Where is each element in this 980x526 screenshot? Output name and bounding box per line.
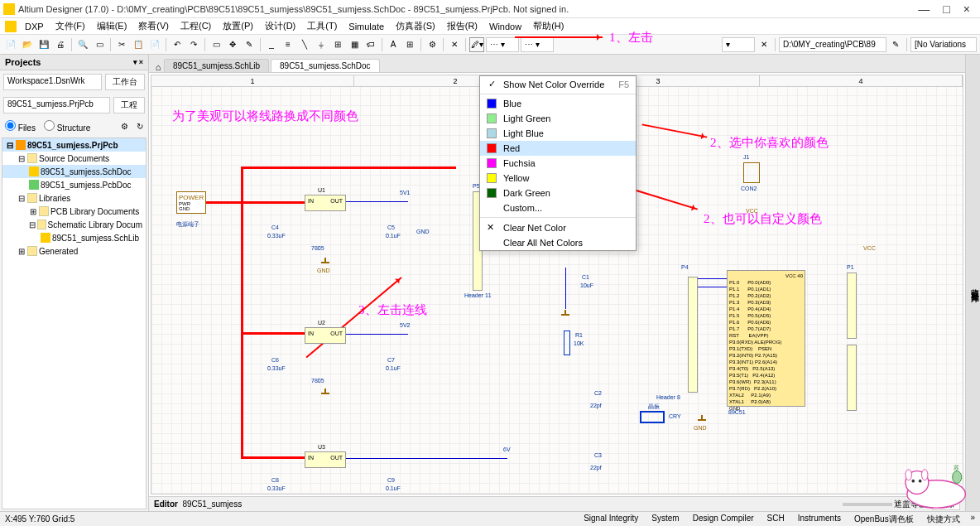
bus-wire-2[interactable] bbox=[698, 287, 727, 287]
menu-simulate[interactable]: Simulate bbox=[343, 20, 389, 33]
text-button[interactable]: A bbox=[386, 37, 401, 52]
status-help-icon[interactable]: » bbox=[968, 513, 975, 526]
bus-button[interactable]: ≡ bbox=[281, 37, 295, 52]
gear-icon[interactable]: ⚙ bbox=[121, 122, 128, 131]
maximize-button[interactable]: □ bbox=[943, 2, 949, 16]
wire-red-4[interactable] bbox=[241, 456, 307, 459]
menu-report[interactable]: 报告(R) bbox=[442, 18, 483, 34]
dd-yellow[interactable]: Yellow bbox=[480, 171, 636, 186]
dxp-icon[interactable] bbox=[5, 21, 17, 32]
wire-red-v[interactable] bbox=[241, 166, 243, 456]
redo-button[interactable]: ↷ bbox=[186, 37, 201, 52]
tree-pcblib-docs[interactable]: ⊞PCB Library Documents bbox=[2, 205, 146, 218]
cross-button[interactable]: ✕ bbox=[447, 37, 462, 52]
wire-red-3[interactable] bbox=[241, 332, 307, 335]
mask2-combo[interactable]: ⋯ ▾ bbox=[521, 37, 554, 52]
wire-u3-out[interactable] bbox=[346, 458, 507, 459]
status-tab-si[interactable]: Signal Integrity bbox=[579, 513, 643, 526]
radio-structure[interactable]: Structure bbox=[44, 120, 90, 133]
u1-chip[interactable]: U1 IN OUT bbox=[305, 195, 346, 211]
panel-close-icon[interactable]: × bbox=[139, 58, 143, 66]
tree-schlib-docs[interactable]: ⊟Schematic Library Docum bbox=[2, 218, 146, 231]
footer-tab[interactable]: Editor bbox=[154, 499, 178, 509]
print-button[interactable]: 🖨 bbox=[53, 37, 68, 52]
crystal[interactable] bbox=[640, 411, 665, 423]
tab-schlib[interactable]: 89C51_sumjess.SchLib bbox=[164, 59, 269, 72]
schematic-canvas[interactable]: 1 2 3 4 为了美观可以将线路换成不同颜色 3、左击连线 POWER PWR… bbox=[151, 75, 963, 495]
netcolor-button[interactable]: 🖉▾ bbox=[469, 37, 484, 52]
p4-header[interactable] bbox=[688, 277, 698, 393]
p1-connector[interactable] bbox=[847, 273, 857, 339]
project-button[interactable]: 工程 bbox=[113, 97, 145, 113]
tree-generated[interactable]: ⊞Generated bbox=[2, 244, 146, 258]
workspace-button[interactable]: 工作台 bbox=[105, 74, 145, 90]
tree-libraries[interactable]: ⊟Libraries bbox=[2, 191, 146, 205]
mcu-89c51[interactable]: VCC 40 P1.0 P0.0(AD0) P1.1 P0.1(AD1) P1.… bbox=[727, 270, 805, 407]
pencil-icon[interactable]: ✎ bbox=[888, 37, 903, 52]
port-button[interactable]: 🏷 bbox=[363, 37, 378, 52]
menu-edit[interactable]: 编辑(E) bbox=[92, 18, 132, 34]
open-button[interactable]: 📂 bbox=[20, 37, 35, 52]
status-tab-system[interactable]: System bbox=[646, 513, 684, 526]
menu-place[interactable]: 放置(P) bbox=[218, 18, 258, 34]
panel-menu-icon[interactable]: ▾ bbox=[133, 58, 137, 66]
array-button[interactable]: ⊞ bbox=[402, 37, 417, 52]
dd-fuchsia[interactable]: Fuchsia bbox=[480, 156, 636, 171]
workspace-combo[interactable]: Workspace1.DsnWrk bbox=[3, 74, 102, 90]
menu-dxp[interactable]: DXP bbox=[20, 20, 49, 33]
dd-red[interactable]: Red bbox=[480, 141, 636, 156]
dd-clearall[interactable]: Clear All Net Colors bbox=[480, 235, 636, 250]
menu-help[interactable]: 帮助(H) bbox=[528, 18, 569, 34]
menu-design[interactable]: 设计(D) bbox=[260, 18, 300, 34]
radio-files[interactable]: Files bbox=[5, 120, 36, 133]
slider[interactable] bbox=[843, 503, 892, 506]
variations-combo[interactable]: [No Variations bbox=[910, 37, 977, 52]
status-tab-openbus[interactable]: OpenBus调色板 bbox=[849, 513, 919, 526]
cross-probe-button[interactable]: ✎ bbox=[242, 37, 257, 52]
menu-simulator[interactable]: 仿真器(S) bbox=[391, 18, 440, 34]
menu-file[interactable]: 文件(F) bbox=[50, 18, 90, 34]
project-combo[interactable]: 89C51_sumjess.PrjPcb bbox=[3, 97, 110, 113]
sheet-button[interactable]: ▦ bbox=[347, 37, 362, 52]
close-button[interactable]: × bbox=[963, 2, 970, 16]
power-connector[interactable]: POWER PWR GND bbox=[176, 191, 206, 214]
tree-schlib-file[interactable]: 89C51_sumjess.SchLib bbox=[2, 231, 146, 244]
zoom-fit-button[interactable]: 🔍 bbox=[75, 37, 90, 52]
refresh-icon[interactable]: ↻ bbox=[137, 122, 143, 131]
net-button[interactable]: ╲ bbox=[297, 37, 312, 52]
bus-wire[interactable] bbox=[698, 278, 727, 279]
status-tab-sch[interactable]: SCH bbox=[762, 513, 790, 526]
status-tab-inst[interactable]: Instruments bbox=[793, 513, 846, 526]
dd-lblue[interactable]: Light Blue bbox=[480, 126, 636, 141]
style-combo[interactable]: ▾ bbox=[722, 37, 755, 52]
tree-pcbdoc[interactable]: 89C51_sumjess.PcbDoc bbox=[2, 178, 146, 191]
path-combo[interactable]: D:\0MY_creating\PCB\89 bbox=[779, 37, 886, 52]
status-tab-shortcut[interactable]: 快捷方式 bbox=[922, 513, 965, 526]
menu-project[interactable]: 工程(C) bbox=[175, 18, 216, 34]
dd-custom[interactable]: Custom... bbox=[480, 200, 636, 215]
tab-schdoc[interactable]: 89C51_sumjess.SchDoc bbox=[271, 59, 380, 72]
wire-u2-out[interactable] bbox=[346, 334, 408, 335]
save-button[interactable]: 💾 bbox=[36, 37, 51, 52]
zoom-area-button[interactable]: ▭ bbox=[92, 37, 107, 52]
wire-red-2[interactable] bbox=[205, 201, 305, 204]
wire-c1[interactable] bbox=[565, 268, 566, 309]
tree-project-root[interactable]: ⊟89C51_sumjess.PrjPcb bbox=[2, 138, 146, 152]
p1b-connector[interactable] bbox=[847, 345, 857, 411]
menu-view[interactable]: 察看(V) bbox=[133, 18, 174, 34]
dd-show-override[interactable]: ✓ Show Net Color Override F5 bbox=[480, 76, 636, 92]
home-tab-icon[interactable]: ⌂ bbox=[152, 62, 164, 72]
tree-source-docs[interactable]: ⊟Source Documents bbox=[2, 152, 146, 165]
dd-clear[interactable]: ✕Clear Net Color bbox=[480, 220, 636, 235]
j1-body[interactable] bbox=[743, 162, 760, 183]
compile-button[interactable]: ⚙ bbox=[425, 37, 440, 52]
paste-button[interactable]: 📄 bbox=[147, 37, 162, 52]
copy-button[interactable]: 📋 bbox=[131, 37, 146, 52]
power-button[interactable]: ⏚ bbox=[314, 37, 329, 52]
new-button[interactable]: 📄 bbox=[3, 37, 18, 52]
r1-body[interactable] bbox=[564, 331, 570, 355]
undo-button[interactable]: ↶ bbox=[170, 37, 185, 52]
menu-tools[interactable]: 工具(T) bbox=[302, 18, 342, 34]
u2-chip[interactable]: U2 IN OUT bbox=[305, 327, 346, 344]
wire-u1-out[interactable] bbox=[346, 201, 408, 202]
